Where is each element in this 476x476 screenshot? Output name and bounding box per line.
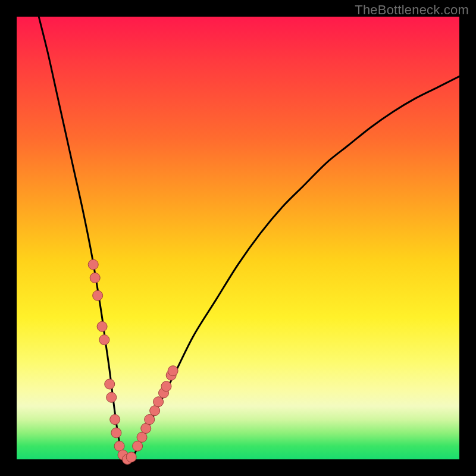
data-marker xyxy=(99,335,109,345)
bottleneck-curve-path xyxy=(39,17,459,460)
data-marker xyxy=(126,452,136,462)
data-marker xyxy=(154,397,164,407)
curve-svg xyxy=(17,17,459,459)
data-marker xyxy=(88,259,98,270)
data-marker xyxy=(97,321,107,331)
data-marker xyxy=(107,392,117,402)
data-marker xyxy=(93,290,103,300)
data-marker xyxy=(161,381,171,392)
plot-area xyxy=(17,17,459,459)
data-marker xyxy=(168,366,178,376)
watermark-text: TheBottleneck.com xyxy=(355,2,469,18)
data-marker xyxy=(110,415,120,425)
data-marker xyxy=(105,379,115,389)
data-marker xyxy=(111,428,121,438)
marker-group xyxy=(88,259,178,464)
chart-frame: TheBottleneck.com xyxy=(0,0,476,476)
data-marker xyxy=(133,441,143,451)
data-marker xyxy=(145,415,155,425)
data-marker xyxy=(90,273,100,283)
bottleneck-curve xyxy=(39,17,459,460)
